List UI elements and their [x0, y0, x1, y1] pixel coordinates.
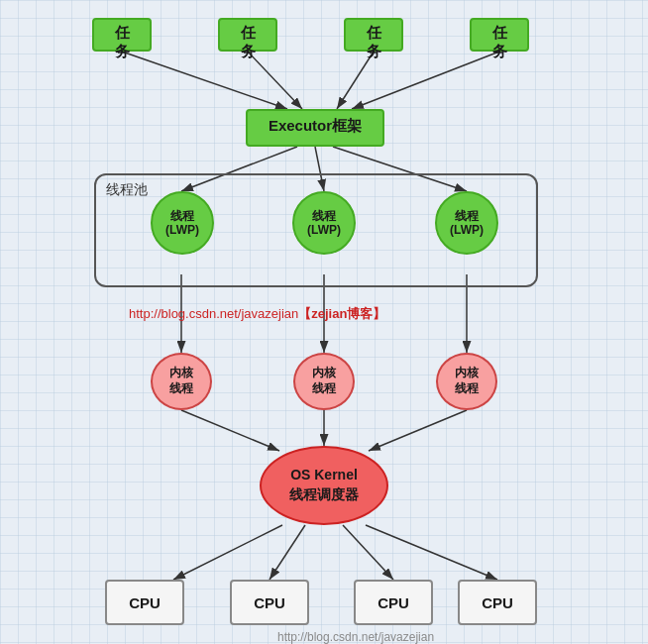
thread-circle-2: 线程(LWP)	[292, 191, 356, 255]
kernel-thread-1: 内核线程	[151, 353, 212, 410]
svg-line-11	[181, 410, 279, 451]
task-box-4: 任务	[470, 18, 529, 52]
svg-line-14	[173, 525, 282, 580]
svg-line-15	[270, 525, 305, 580]
kernel-thread-2: 内核线程	[293, 353, 355, 410]
diagram: 任务 任务 任务 任务 Executor框架 线程池 线程(LWP) 线程(LW…	[0, 0, 648, 644]
executor-box: Executor框架	[246, 109, 384, 147]
svg-line-13	[369, 410, 467, 451]
svg-line-17	[366, 525, 497, 580]
task-box-2: 任务	[218, 18, 277, 52]
task-box-3: 任务	[344, 18, 403, 52]
task-box-1: 任务	[92, 18, 152, 52]
cpu-box-2: CPU	[230, 580, 309, 625]
cpu-box-4: CPU	[458, 580, 537, 625]
thread-circle-3: 线程(LWP)	[435, 191, 498, 255]
thread-circle-1: 线程(LWP)	[151, 191, 214, 255]
bottom-watermark: http://blog.csdn.net/javazejian	[277, 630, 434, 644]
watermark-link: http://blog.csdn.net/javazejian【zejian博客…	[129, 305, 385, 323]
svg-line-16	[343, 525, 393, 580]
kernel-thread-3: 内核线程	[436, 353, 497, 410]
os-kernel-box: OS Kernel线程调度器	[260, 446, 388, 525]
cpu-box-1: CPU	[105, 580, 184, 625]
cpu-box-3: CPU	[354, 580, 433, 625]
thread-pool-label: 线程池	[106, 181, 148, 199]
svg-line-1	[122, 52, 287, 109]
svg-line-2	[248, 52, 302, 109]
